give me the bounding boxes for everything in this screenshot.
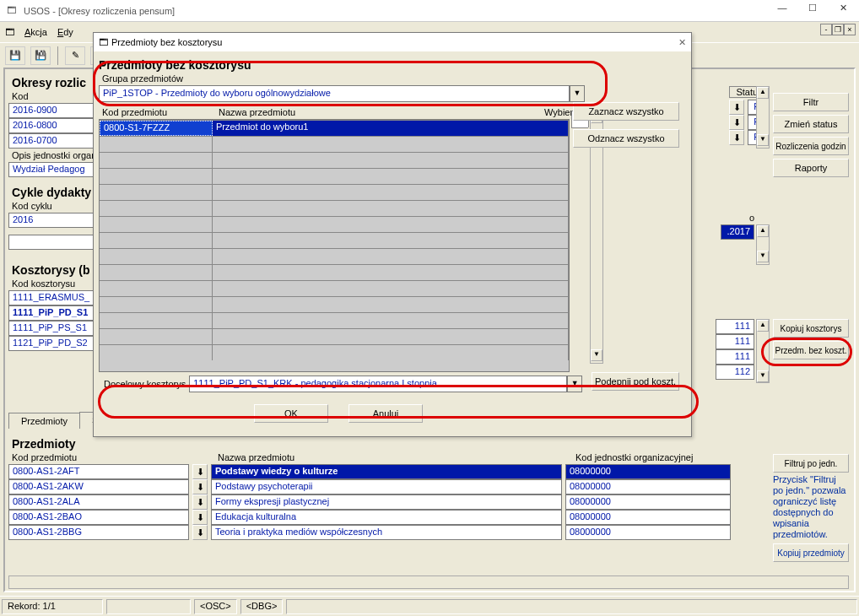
- tab-przedmioty[interactable]: Przedmioty: [8, 413, 80, 429]
- anuluj-button[interactable]: Anuluj: [348, 404, 423, 423]
- bottom-jedn-3[interactable]: 08000000: [565, 510, 731, 525]
- bottom-kod-1[interactable]: 0800-AS1-2AKW: [8, 479, 189, 494]
- hdr-kod-przedmiotu: Kod przedmiotu: [12, 452, 197, 462]
- filtruj-hint: Przycisk "Filtruj po jedn." pozwala ogra…: [773, 474, 849, 565]
- modal-przedmioty-bez-kosztorysu: 🗔Przedmioty bez kosztorysu ✕ Przedmioty …: [93, 32, 692, 437]
- docelowy-kosztorys-dropdown[interactable]: 1111_PiP_PD_S1_KRK - pedagogika stacjona…: [189, 376, 582, 392]
- download-icon[interactable]: ⬇: [729, 130, 744, 145]
- cykl-field-2[interactable]: [8, 235, 96, 250]
- bottom-nazwa-2[interactable]: Formy ekspresji plastycznej: [211, 494, 562, 510]
- download-icon[interactable]: ⬇: [729, 115, 744, 130]
- filtruj-po-jedn-button[interactable]: Filtruj po jedn.: [773, 454, 849, 473]
- menu-akcja[interactable]: AAkcjakcja: [24, 27, 47, 37]
- kopiuj-kosztorys-button[interactable]: Kopiuj kosztorys: [773, 319, 849, 338]
- raporty-button[interactable]: Raporty: [773, 159, 849, 177]
- kosztorys-row-1[interactable]: 1111_PiP_PD_S1: [8, 305, 96, 321]
- download-icon[interactable]: ⬇: [192, 510, 208, 525]
- bottom-kod-3[interactable]: 0800-AS1-2BAO: [8, 510, 189, 525]
- ok-button[interactable]: OK: [254, 404, 328, 423]
- bottom-nazwa-4[interactable]: Teoria i praktyka mediów współczesnych: [211, 525, 562, 540]
- do-date-field[interactable]: .2017: [721, 224, 754, 240]
- chevron-down-icon[interactable]: ▼: [567, 376, 582, 392]
- bottom-jedn-0[interactable]: 08000000: [565, 464, 731, 479]
- bottom-jedn-4[interactable]: 08000000: [565, 525, 731, 540]
- content-hscrollbar[interactable]: [8, 575, 849, 589]
- grid-hdr-kod: Kod przedmiotu: [102, 107, 215, 117]
- kval-2[interactable]: 111: [716, 349, 754, 365]
- bottom-jedn-2[interactable]: 08000000: [565, 494, 731, 510]
- label-do: o: [724, 213, 754, 223]
- right-panel: Filtr Zmień status Rozliczenia godzin Ra…: [773, 71, 849, 181]
- bottom-nazwa-3[interactable]: Edukacja kulturalna: [211, 510, 562, 525]
- mdi-minimize-button[interactable]: -: [820, 24, 832, 35]
- bottom-kod-2[interactable]: 0800-AS1-2ALA: [8, 494, 189, 510]
- okres-row-1[interactable]: 2016-0800: [8, 118, 96, 133]
- bottom-kod-4[interactable]: 0800-AS1-2BBG: [8, 525, 189, 540]
- saveall-icon[interactable]: 💾💾: [30, 46, 51, 65]
- status-dbg: <DBG>: [240, 599, 284, 614]
- okresy-scrollbar[interactable]: ▲▼: [756, 86, 770, 149]
- modal-title: Przedmioty bez kosztorysu: [111, 37, 222, 47]
- modal-titlebar: 🗔Przedmioty bez kosztorysu ✕: [94, 33, 691, 51]
- hdr-nazwa-przedmiotu: Nazwa przedmiotu: [218, 452, 572, 462]
- docelowy-dropdown-value: 1111_PiP_PD_S1_KRK - pedagogika stacjona…: [189, 376, 567, 392]
- wydzial-field[interactable]: Wydział Pedagog: [8, 162, 96, 177]
- window-title: USOS - [Okresy rozliczenia pensum]: [24, 6, 175, 16]
- modal-icon: 🗔: [99, 37, 108, 47]
- download-icon[interactable]: ⬇: [192, 525, 208, 540]
- kopiuj-przedmioty-button[interactable]: Kopiuj przedmioty: [773, 543, 849, 562]
- kval-3[interactable]: 112: [716, 365, 754, 380]
- rozliczenia-button[interactable]: Rozliczenia godzin: [773, 137, 849, 155]
- kosztorys-row-3[interactable]: 1121_PiP_PD_S2: [8, 336, 96, 351]
- edit-icon[interactable]: ✎: [65, 46, 85, 65]
- modal-grid: 0800-S1-7FZZZ Przedmiot do wyboru1: [99, 119, 570, 372]
- chevron-down-icon[interactable]: ▼: [570, 85, 585, 102]
- grid-kod-0[interactable]: 0800-S1-7FZZZ: [100, 121, 213, 136]
- download-icon[interactable]: ⬇: [192, 479, 208, 494]
- download-icon[interactable]: ⬇: [192, 494, 208, 510]
- cykl-field[interactable]: 2016: [8, 213, 96, 228]
- status-osc: <OSC>: [194, 599, 237, 614]
- odznacz-wszystko-button[interactable]: Odznacz wszystko: [573, 129, 679, 148]
- section-przedmioty-bottom: Przedmioty Kod przedmiotu Nazwa przedmio…: [8, 434, 849, 540]
- okres-row-2[interactable]: 2016-0700: [8, 133, 96, 149]
- zmien-status-button[interactable]: Zmień status: [773, 115, 849, 133]
- status-rekord: Rekord: 1/1: [2, 599, 103, 614]
- titlebar: 🗔 USOS - [Okresy rozliczenia pensum] — ☐…: [0, 0, 859, 22]
- modal-close-button[interactable]: ✕: [678, 37, 686, 48]
- grid-hdr-nazwa: Nazwa przedmiotu: [219, 107, 541, 117]
- grupa-przedmiotow-dropdown[interactable]: PiP_1STOP - Przedmioty do wyboru ogólnow…: [99, 85, 585, 102]
- przedm-bez-koszt-button[interactable]: Przedm. bez koszt.: [773, 341, 849, 359]
- maximize-button[interactable]: ☐: [803, 3, 822, 19]
- okres-row-0[interactable]: 2016-0900: [8, 103, 96, 118]
- kosztorys-row-0[interactable]: 1111_ERASMUS_: [8, 290, 96, 305]
- bottom-kod-0[interactable]: 0800-AS1-2AFT: [8, 464, 189, 479]
- modal-header: Przedmioty bez kosztorysu: [99, 58, 686, 72]
- download-icon[interactable]: ⬇: [729, 100, 744, 115]
- kval-0[interactable]: 111: [716, 319, 754, 334]
- minimize-button[interactable]: —: [773, 3, 791, 19]
- statusbar: Rekord: 1/1 <OSC> <DBG>: [0, 596, 859, 616]
- cykle-scrollbar[interactable]: ▲▼: [756, 224, 770, 265]
- mdi-close-button[interactable]: ×: [844, 24, 856, 35]
- menu-edy[interactable]: Edy: [57, 27, 73, 37]
- app-icon: 🗔: [7, 5, 19, 17]
- bottom-nazwa-1[interactable]: Podstawy psychoterapii: [211, 479, 562, 494]
- save-icon[interactable]: 💾: [5, 46, 25, 65]
- bottom-jedn-1[interactable]: 08000000: [565, 479, 731, 494]
- grid-nazwa-0[interactable]: Przedmiot do wyboru1: [213, 121, 569, 136]
- kosztorysy-scrollbar[interactable]: ▲▼: [756, 319, 770, 383]
- bottom-nazwa-0[interactable]: Podstawy wiedzy o kulturze: [211, 464, 562, 479]
- close-button[interactable]: ✕: [834, 3, 852, 19]
- main-window: 🗔 USOS - [Okresy rozliczenia pensum] — ☐…: [0, 0, 859, 616]
- kval-1[interactable]: 111: [716, 334, 754, 349]
- zaznacz-wszystko-button[interactable]: Zaznacz wszystko: [573, 102, 679, 121]
- mdi-restore-button[interactable]: ❐: [832, 24, 844, 35]
- grupa-dropdown-value: PiP_1STOP - Przedmioty do wyboru ogólnow…: [99, 85, 570, 102]
- kosztorys-row-2[interactable]: 1111_PiP_PS_S1: [8, 321, 96, 336]
- download-icon[interactable]: ⬇: [192, 464, 208, 479]
- modal-side-buttons: Zaznacz wszystko Odznacz wszystko: [573, 102, 679, 151]
- filtr-button[interactable]: Filtr: [773, 93, 849, 111]
- podepnij-button[interactable]: Podepnij pod koszt.: [592, 372, 679, 391]
- status-empty2: [286, 599, 857, 614]
